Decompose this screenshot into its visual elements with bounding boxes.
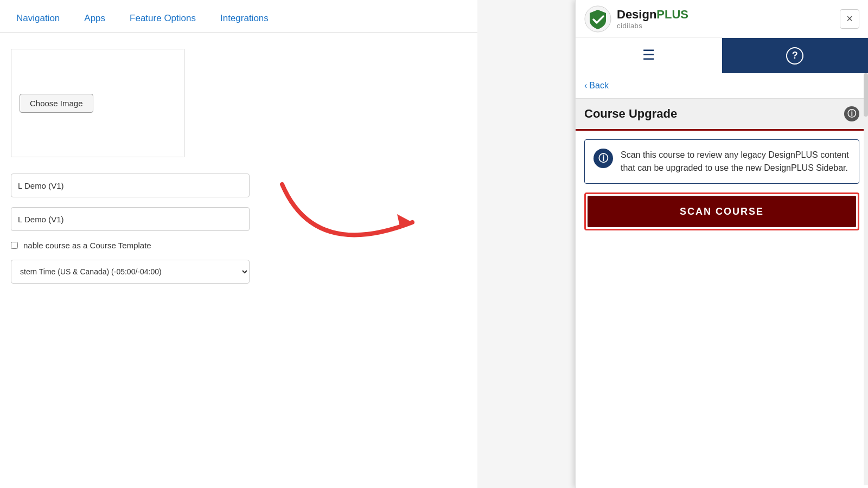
sidebar-header: DesignPLUS cidilabs × xyxy=(576,0,868,38)
logo-cidilabs: cidilabs xyxy=(617,22,688,30)
back-link[interactable]: ‹ Back xyxy=(576,73,868,98)
template-checkbox-label: nable course as a Course Template xyxy=(23,241,151,250)
nav-tabs: Navigation Apps Feature Options Integrat… xyxy=(0,0,477,33)
question-icon: ? xyxy=(786,47,803,65)
tab-help[interactable]: ? xyxy=(722,38,869,73)
back-label: Back xyxy=(589,81,609,91)
timezone-select[interactable]: stern Time (US & Canada) (-05:00/-04:00) xyxy=(11,260,250,284)
designplus-logo-icon xyxy=(584,5,611,33)
tab-list[interactable]: ☰ xyxy=(576,38,722,73)
logo-text: DesignPLUS cidilabs xyxy=(617,8,688,30)
scrollbar-thumb xyxy=(864,73,868,117)
list-icon: ☰ xyxy=(642,47,655,63)
tab-integrations[interactable]: Integrations xyxy=(209,7,279,32)
chevron-left-icon: ‹ xyxy=(584,81,587,91)
section-title: Course Upgrade xyxy=(584,107,677,121)
info-icon[interactable]: ⓘ xyxy=(844,106,859,121)
close-button[interactable]: × xyxy=(840,9,859,29)
image-box: Choose Image xyxy=(11,49,184,157)
logo-name: DesignPLUS xyxy=(617,8,688,22)
scan-course-button[interactable]: SCAN COURSE xyxy=(588,196,856,227)
tab-navigation[interactable]: Navigation xyxy=(5,7,71,32)
tab-feature-options[interactable]: Feature Options xyxy=(119,7,207,32)
scan-course-wrapper: SCAN COURSE xyxy=(584,192,859,230)
info-box: ⓘ Scan this course to review any legacy … xyxy=(584,139,859,184)
course-name-field-1[interactable] xyxy=(11,174,250,197)
sidebar-panel: DesignPLUS cidilabs × ☰ ? ‹ Back Course … xyxy=(575,0,868,488)
sidebar-tabs: ☰ ? xyxy=(576,38,868,73)
tab-apps[interactable]: Apps xyxy=(73,7,116,32)
main-content: Navigation Apps Feature Options Integrat… xyxy=(0,0,477,488)
course-upgrade-header: Course Upgrade ⓘ xyxy=(576,98,868,131)
form-area: Choose Image nable course as a Course Te… xyxy=(0,33,477,300)
choose-image-button[interactable]: Choose Image xyxy=(20,94,93,113)
info-box-icon: ⓘ xyxy=(593,149,613,168)
template-checkbox[interactable] xyxy=(11,242,18,249)
info-box-text: Scan this course to review any legacy De… xyxy=(621,149,850,175)
logo-area: DesignPLUS cidilabs xyxy=(584,5,688,33)
course-name-field-2[interactable] xyxy=(11,207,250,231)
sidebar-scrollbar[interactable] xyxy=(864,73,868,485)
template-checkbox-row: nable course as a Course Template xyxy=(11,241,467,250)
